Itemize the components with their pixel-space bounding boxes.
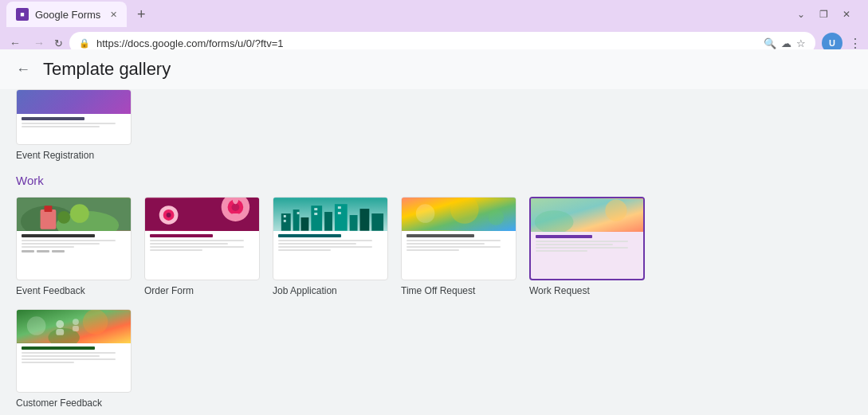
cf-line-1: [22, 352, 116, 354]
ja-line-2: [278, 243, 356, 245]
save-page-button[interactable]: ☁: [781, 37, 791, 49]
card-body-event-registration: [17, 114, 131, 132]
lock-icon: 🔒: [79, 38, 90, 49]
back-button[interactable]: ←: [6, 35, 24, 51]
active-tab[interactable]: ■ Google Forms ✕: [6, 2, 127, 27]
tor-line-1: [407, 240, 501, 241]
work-template-grid: Event Feedback: [16, 197, 852, 296]
browser-chrome: ■ Google Forms ✕ + ⌄ ❐ ✕ ← → ↻ 🔒 https:/…: [0, 0, 868, 49]
svg-rect-48: [56, 329, 64, 335]
svg-rect-27: [359, 209, 369, 231]
wr-line-3: [536, 247, 628, 249]
zoom-button[interactable]: 🔍: [764, 37, 776, 49]
svg-rect-22: [301, 217, 309, 231]
of-line-3: [150, 246, 244, 248]
window-controls: ⌄ ❐ ✕: [792, 7, 862, 22]
partial-section: Event Registration: [16, 89, 852, 161]
minimize-button[interactable]: ⌄: [792, 7, 810, 22]
svg-point-41: [605, 200, 626, 221]
ja-title-line: [278, 234, 341, 237]
refresh-button[interactable]: ↻: [54, 37, 63, 49]
svg-rect-32: [314, 208, 317, 210]
template-label-event-registration: Event Registration: [16, 150, 852, 161]
template-card-customer-feedback[interactable]: [16, 309, 132, 393]
svg-rect-24: [324, 212, 332, 231]
card-body-work-request: [531, 232, 643, 256]
bookmark-button[interactable]: ☆: [796, 37, 806, 49]
svg-point-10: [231, 203, 239, 211]
template-item-event-registration[interactable]: Event Registration: [16, 89, 852, 161]
template-card-event-registration[interactable]: [16, 89, 132, 145]
of-line-4: [150, 249, 202, 251]
close-button[interactable]: ✕: [838, 7, 855, 22]
template-item-event-feedback[interactable]: Event Feedback: [16, 197, 132, 296]
wr-line-1: [536, 241, 628, 242]
ef-check-3: [52, 250, 65, 253]
template-card-event-feedback[interactable]: [16, 197, 132, 280]
work-section-label: Work: [16, 174, 852, 187]
wr-title-line: [536, 235, 592, 238]
template-card-job-application[interactable]: [273, 197, 388, 280]
content-area[interactable]: Event Registration Work: [0, 89, 868, 415]
app-header: ← Template gallery: [0, 49, 868, 89]
job-app-header-svg: [273, 198, 387, 231]
tab-close-button[interactable]: ✕: [110, 10, 117, 20]
extra-template-grid: Customer Feedback: [16, 309, 852, 409]
svg-rect-5: [41, 209, 57, 229]
ef-title-line: [22, 234, 95, 237]
template-item-job-application[interactable]: Job Application: [273, 197, 388, 296]
template-label-time-off-request: Time Off Request: [401, 285, 516, 296]
template-item-order-form[interactable]: Order Form: [144, 197, 260, 296]
template-card-time-off-request[interactable]: [401, 197, 516, 280]
svg-rect-28: [371, 213, 383, 231]
svg-rect-50: [73, 326, 79, 331]
card-line-1: [22, 123, 116, 124]
chrome-menu-button[interactable]: ⋮: [849, 36, 862, 51]
of-title-line: [150, 234, 213, 237]
work-req-header-svg: [531, 198, 643, 232]
app-area: ← Template gallery Event Registration Wo…: [0, 49, 868, 415]
card-header-event-feedback: [17, 198, 131, 231]
ef-check-2: [37, 250, 49, 253]
cf-line-4: [22, 362, 74, 363]
ef-line-2: [22, 243, 100, 245]
svg-rect-30: [284, 220, 286, 222]
page-title: Template gallery: [43, 59, 171, 80]
template-label-work-request: Work Request: [529, 285, 645, 296]
card-body-event-feedback: [17, 231, 131, 256]
ja-line-3: [278, 246, 372, 248]
template-item-work-request[interactable]: Work Request: [529, 197, 645, 296]
new-tab-button[interactable]: +: [130, 3, 152, 25]
svg-point-3: [70, 204, 89, 223]
svg-point-39: [488, 209, 504, 225]
wr-line-2: [536, 244, 613, 245]
svg-point-45: [83, 310, 108, 335]
forward-button[interactable]: →: [30, 35, 48, 51]
cf-line-2: [22, 355, 100, 357]
template-card-order-form[interactable]: [144, 197, 260, 280]
template-item-customer-feedback[interactable]: Customer Feedback: [16, 309, 132, 409]
ef-line-3: [22, 246, 74, 248]
wr-line-4: [536, 250, 587, 252]
cf-title-line: [22, 346, 95, 350]
of-line-1: [150, 240, 244, 241]
url-text: https://docs.google.com/forms/u/0/?ftv=1: [96, 37, 757, 49]
template-label-customer-feedback: Customer Feedback: [16, 397, 132, 409]
tor-title-line: [407, 234, 474, 237]
template-card-work-request[interactable]: [529, 197, 645, 280]
card-line-2: [22, 126, 100, 127]
maximize-button[interactable]: ❐: [815, 7, 833, 22]
of-line-2: [150, 243, 228, 245]
ef-line-1: [22, 240, 116, 241]
svg-rect-33: [314, 213, 317, 215]
template-label-event-feedback: Event Feedback: [16, 285, 132, 296]
svg-point-37: [416, 204, 435, 223]
template-item-time-off-request[interactable]: Time Off Request: [401, 197, 516, 296]
svg-point-44: [27, 316, 46, 335]
card-header-job-application: [273, 198, 387, 231]
card-header-event-registration: [17, 90, 131, 114]
card-body-time-off: [402, 231, 516, 256]
back-to-home-button[interactable]: ←: [16, 61, 30, 78]
tor-line-4: [407, 249, 459, 251]
template-label-order-form: Order Form: [144, 285, 260, 296]
